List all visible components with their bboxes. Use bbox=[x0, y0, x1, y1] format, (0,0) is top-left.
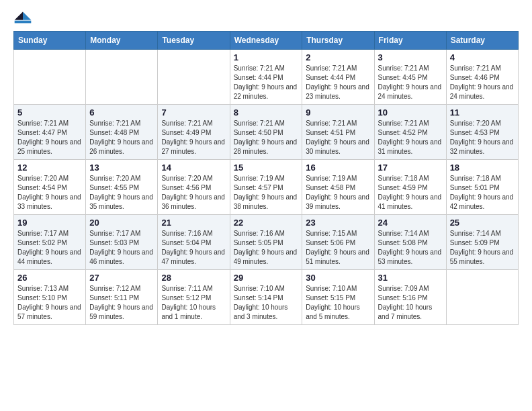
calendar-cell bbox=[446, 270, 518, 325]
day-info: Sunrise: 7:20 AM Sunset: 4:54 PM Dayligh… bbox=[17, 174, 82, 212]
calendar-cell: 31Sunrise: 7:09 AM Sunset: 5:16 PM Dayli… bbox=[374, 270, 446, 325]
calendar-cell: 13Sunrise: 7:20 AM Sunset: 4:55 PM Dayli… bbox=[86, 160, 158, 215]
day-number: 16 bbox=[306, 163, 370, 173]
calendar-cell: 23Sunrise: 7:15 AM Sunset: 5:06 PM Dayli… bbox=[302, 215, 374, 270]
day-info: Sunrise: 7:21 AM Sunset: 4:52 PM Dayligh… bbox=[378, 119, 443, 156]
day-number: 5 bbox=[17, 107, 82, 118]
day-info: Sunrise: 7:11 AM Sunset: 5:12 PM Dayligh… bbox=[161, 284, 226, 322]
day-info: Sunrise: 7:14 AM Sunset: 5:08 PM Dayligh… bbox=[378, 229, 443, 267]
day-number: 22 bbox=[234, 218, 299, 228]
svg-marker-0 bbox=[23, 12, 31, 20]
day-number: 15 bbox=[234, 163, 299, 173]
day-number: 1 bbox=[234, 52, 299, 62]
day-number: 23 bbox=[306, 218, 370, 228]
day-info: Sunrise: 7:18 AM Sunset: 5:01 PM Dayligh… bbox=[450, 174, 515, 212]
day-info: Sunrise: 7:13 AM Sunset: 5:10 PM Dayligh… bbox=[17, 284, 82, 322]
calendar-cell: 29Sunrise: 7:10 AM Sunset: 5:14 PM Dayli… bbox=[230, 270, 302, 325]
day-number: 12 bbox=[17, 163, 82, 173]
calendar-cell: 21Sunrise: 7:16 AM Sunset: 5:04 PM Dayli… bbox=[158, 215, 230, 270]
calendar-cell: 27Sunrise: 7:12 AM Sunset: 5:11 PM Dayli… bbox=[86, 270, 158, 325]
day-info: Sunrise: 7:18 AM Sunset: 4:59 PM Dayligh… bbox=[378, 174, 443, 212]
day-number: 29 bbox=[234, 273, 299, 283]
header bbox=[13, 11, 519, 24]
day-number: 20 bbox=[89, 218, 154, 228]
calendar-cell: 11Sunrise: 7:20 AM Sunset: 4:53 PM Dayli… bbox=[446, 105, 518, 160]
calendar-cell: 26Sunrise: 7:13 AM Sunset: 5:10 PM Dayli… bbox=[14, 270, 86, 325]
calendar-table: SundayMondayTuesdayWednesdayThursdayFrid… bbox=[13, 31, 519, 325]
calendar-cell: 12Sunrise: 7:20 AM Sunset: 4:54 PM Dayli… bbox=[14, 160, 86, 215]
day-info: Sunrise: 7:19 AM Sunset: 4:58 PM Dayligh… bbox=[306, 174, 370, 212]
day-info: Sunrise: 7:12 AM Sunset: 5:11 PM Dayligh… bbox=[89, 284, 154, 322]
day-info: Sunrise: 7:21 AM Sunset: 4:50 PM Dayligh… bbox=[234, 119, 299, 156]
svg-rect-2 bbox=[15, 21, 32, 24]
calendar-cell: 17Sunrise: 7:18 AM Sunset: 4:59 PM Dayli… bbox=[374, 160, 446, 215]
day-number: 4 bbox=[450, 52, 515, 62]
calendar-cell: 22Sunrise: 7:16 AM Sunset: 5:05 PM Dayli… bbox=[230, 215, 302, 270]
day-info: Sunrise: 7:17 AM Sunset: 5:03 PM Dayligh… bbox=[89, 229, 154, 267]
logo bbox=[13, 11, 34, 24]
day-info: Sunrise: 7:15 AM Sunset: 5:06 PM Dayligh… bbox=[306, 229, 370, 267]
day-info: Sunrise: 7:21 AM Sunset: 4:49 PM Dayligh… bbox=[161, 119, 226, 156]
day-number: 19 bbox=[17, 218, 82, 228]
day-number: 18 bbox=[450, 163, 515, 173]
calendar-cell: 24Sunrise: 7:14 AM Sunset: 5:08 PM Dayli… bbox=[374, 215, 446, 270]
calendar-cell: 3Sunrise: 7:21 AM Sunset: 4:45 PM Daylig… bbox=[374, 50, 446, 105]
day-info: Sunrise: 7:21 AM Sunset: 4:46 PM Dayligh… bbox=[450, 64, 515, 101]
calendar-cell: 30Sunrise: 7:10 AM Sunset: 5:15 PM Dayli… bbox=[302, 270, 374, 325]
calendar-cell: 19Sunrise: 7:17 AM Sunset: 5:02 PM Dayli… bbox=[14, 215, 86, 270]
day-number: 21 bbox=[161, 218, 226, 228]
calendar-header-row: SundayMondayTuesdayWednesdayThursdayFrid… bbox=[14, 32, 519, 50]
day-number: 30 bbox=[306, 273, 370, 283]
day-info: Sunrise: 7:21 AM Sunset: 4:45 PM Dayligh… bbox=[378, 64, 443, 101]
day-number: 17 bbox=[378, 163, 443, 173]
calendar-week-row: 26Sunrise: 7:13 AM Sunset: 5:10 PM Dayli… bbox=[14, 270, 519, 325]
svg-marker-1 bbox=[15, 12, 23, 20]
day-info: Sunrise: 7:21 AM Sunset: 4:44 PM Dayligh… bbox=[234, 64, 299, 101]
day-number: 28 bbox=[161, 273, 226, 283]
calendar-cell: 16Sunrise: 7:19 AM Sunset: 4:58 PM Dayli… bbox=[302, 160, 374, 215]
day-number: 27 bbox=[89, 273, 154, 283]
calendar-cell: 6Sunrise: 7:21 AM Sunset: 4:48 PM Daylig… bbox=[86, 105, 158, 160]
day-info: Sunrise: 7:10 AM Sunset: 5:14 PM Dayligh… bbox=[234, 284, 299, 322]
calendar-cell bbox=[86, 50, 158, 105]
calendar-day-header: Friday bbox=[374, 32, 446, 50]
calendar-day-header: Tuesday bbox=[158, 32, 230, 50]
day-number: 6 bbox=[89, 107, 154, 118]
calendar-cell: 10Sunrise: 7:21 AM Sunset: 4:52 PM Dayli… bbox=[374, 105, 446, 160]
calendar-cell: 8Sunrise: 7:21 AM Sunset: 4:50 PM Daylig… bbox=[230, 105, 302, 160]
day-number: 3 bbox=[378, 52, 443, 62]
calendar-week-row: 19Sunrise: 7:17 AM Sunset: 5:02 PM Dayli… bbox=[14, 215, 519, 270]
day-number: 10 bbox=[378, 107, 443, 118]
day-info: Sunrise: 7:16 AM Sunset: 5:05 PM Dayligh… bbox=[234, 229, 299, 267]
day-number: 7 bbox=[161, 107, 226, 118]
logo-icon bbox=[13, 11, 32, 24]
day-info: Sunrise: 7:20 AM Sunset: 4:55 PM Dayligh… bbox=[89, 174, 154, 212]
day-number: 26 bbox=[17, 273, 82, 283]
calendar-cell: 18Sunrise: 7:18 AM Sunset: 5:01 PM Dayli… bbox=[446, 160, 518, 215]
calendar-cell: 25Sunrise: 7:14 AM Sunset: 5:09 PM Dayli… bbox=[446, 215, 518, 270]
calendar-cell: 9Sunrise: 7:21 AM Sunset: 4:51 PM Daylig… bbox=[302, 105, 374, 160]
calendar-day-header: Wednesday bbox=[230, 32, 302, 50]
day-info: Sunrise: 7:19 AM Sunset: 4:57 PM Dayligh… bbox=[234, 174, 299, 212]
page: SundayMondayTuesdayWednesdayThursdayFrid… bbox=[0, 0, 532, 411]
calendar-day-header: Monday bbox=[86, 32, 158, 50]
day-number: 2 bbox=[306, 52, 370, 62]
calendar-cell bbox=[158, 50, 230, 105]
calendar-cell: 15Sunrise: 7:19 AM Sunset: 4:57 PM Dayli… bbox=[230, 160, 302, 215]
calendar-cell: 4Sunrise: 7:21 AM Sunset: 4:46 PM Daylig… bbox=[446, 50, 518, 105]
day-info: Sunrise: 7:21 AM Sunset: 4:48 PM Dayligh… bbox=[89, 119, 154, 156]
day-info: Sunrise: 7:16 AM Sunset: 5:04 PM Dayligh… bbox=[161, 229, 226, 267]
calendar-week-row: 1Sunrise: 7:21 AM Sunset: 4:44 PM Daylig… bbox=[14, 50, 519, 105]
day-number: 14 bbox=[161, 163, 226, 173]
day-info: Sunrise: 7:21 AM Sunset: 4:51 PM Dayligh… bbox=[306, 119, 370, 156]
calendar-cell: 14Sunrise: 7:20 AM Sunset: 4:56 PM Dayli… bbox=[158, 160, 230, 215]
calendar-day-header: Thursday bbox=[302, 32, 374, 50]
day-info: Sunrise: 7:20 AM Sunset: 4:56 PM Dayligh… bbox=[161, 174, 226, 212]
calendar-cell: 1Sunrise: 7:21 AM Sunset: 4:44 PM Daylig… bbox=[230, 50, 302, 105]
calendar-week-row: 12Sunrise: 7:20 AM Sunset: 4:54 PM Dayli… bbox=[14, 160, 519, 215]
day-number: 25 bbox=[450, 218, 515, 228]
day-number: 13 bbox=[89, 163, 154, 173]
day-info: Sunrise: 7:10 AM Sunset: 5:15 PM Dayligh… bbox=[306, 284, 370, 322]
calendar-cell: 7Sunrise: 7:21 AM Sunset: 4:49 PM Daylig… bbox=[158, 105, 230, 160]
day-info: Sunrise: 7:14 AM Sunset: 5:09 PM Dayligh… bbox=[450, 229, 515, 267]
